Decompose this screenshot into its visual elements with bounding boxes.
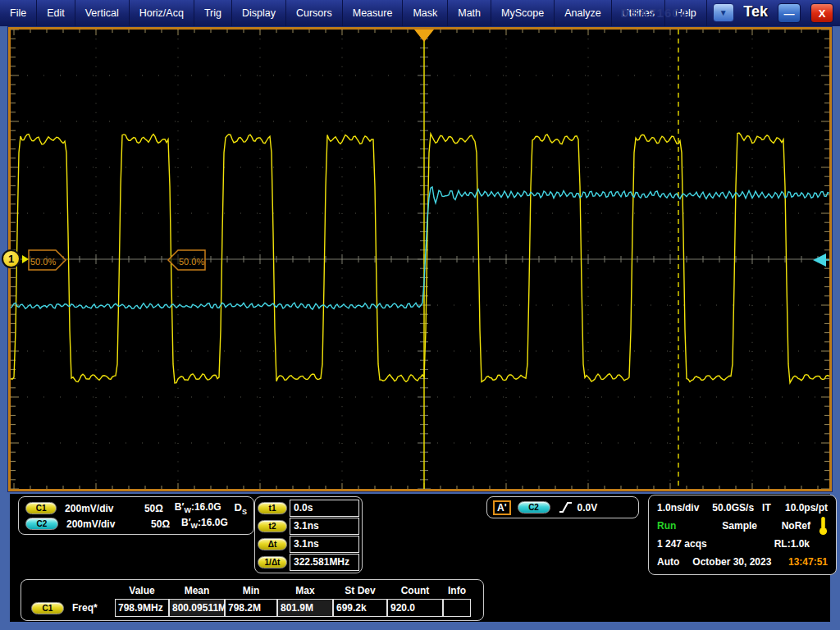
meas-value: 798.9MHz <box>115 599 169 617</box>
meas-source-button[interactable]: C1 <box>31 602 64 614</box>
meas-count: 920.0 <box>387 599 443 617</box>
timebase-readout-panel: 1.0ns/div 50.0GS/s IT 10.0ps/pt Run Samp… <box>648 495 837 575</box>
ch2-termination: 50Ω <box>139 518 170 530</box>
meas-name: Freq* <box>72 602 98 614</box>
cursor-delta-t-value: 3.1ns <box>290 536 359 553</box>
measurement-header-row: Value Mean Min Max St Dev Count Info <box>26 582 483 599</box>
menu-item-trig[interactable]: Trig <box>194 0 232 26</box>
timebase-scale: 1.0ns/div <box>657 502 699 514</box>
cursor-t1-value: 0.0s <box>290 500 359 517</box>
menu-item-edit[interactable]: Edit <box>37 0 75 26</box>
ch1-termination: 50Ω <box>134 503 163 514</box>
thermometer-icon <box>819 516 828 536</box>
menu-item-analyze[interactable]: Analyze <box>555 0 611 26</box>
meas-mean: 800.09511M <box>169 599 225 617</box>
record-length: RL:1.0k <box>774 538 810 550</box>
menu-item-cursors[interactable]: Cursors <box>286 0 343 26</box>
col-header-value: Value <box>115 585 169 596</box>
col-header-info: Info <box>443 585 471 596</box>
chevron-down-icon: ▼ <box>719 8 728 17</box>
ch1-button[interactable]: C1 <box>25 502 57 514</box>
menu-item-mask[interactable]: Mask <box>403 0 448 26</box>
sample-rate: 50.0GS/s <box>712 502 754 514</box>
trigger-level: 0.0V <box>578 502 598 514</box>
col-header-min: Min <box>225 585 277 596</box>
cursor-t2-button[interactable]: t2 <box>258 520 287 532</box>
cursor-t2-value: 3.1ns <box>290 518 359 535</box>
menu-item-myscope[interactable]: MyScope <box>491 0 555 26</box>
date-label: October 30, 2023 <box>692 556 771 568</box>
trigger-readout-panel: A' C2 0.0V <box>486 496 639 518</box>
col-header-mean: Mean <box>169 585 225 596</box>
measurement-panel: Value Mean Min Max St Dev Count Info C1 … <box>21 579 484 621</box>
col-header-count: Count <box>387 585 443 596</box>
readout-area: C1 200mV/div 50Ω B′W:16.0G DS C2 200mV/d… <box>10 494 830 622</box>
menu-item-vertical[interactable]: Vertical <box>75 0 130 26</box>
col-header-stdev: St Dev <box>333 585 387 596</box>
col-header-max: Max <box>277 585 333 596</box>
cursor-delta-t-button[interactable]: Δt <box>258 538 287 550</box>
acq-count: 1 247 acqs <box>657 538 707 550</box>
menu-overflow-button[interactable]: ▼ <box>713 3 734 22</box>
ch2-button[interactable]: C2 <box>25 518 58 530</box>
minimize-button[interactable]: — <box>778 3 801 23</box>
ref-flag-left-label: 50.0% <box>30 257 56 267</box>
ref-status: NoRef <box>782 520 810 532</box>
ch2-bandwidth: B′W:16.0G <box>181 517 228 530</box>
close-button[interactable]: X <box>810 3 833 23</box>
graticule-frame: 50.0%50.0% <box>8 27 832 491</box>
trigger-source-button[interactable]: C2 <box>518 501 550 514</box>
rising-edge-icon <box>559 501 573 514</box>
cursor-readout-panel: t1 0.0s t2 3.1ns Δt 3.1ns 1/Δt 322.581MH… <box>254 496 363 573</box>
ref-flag-right-label: 50.0% <box>179 257 204 267</box>
trigger-a-badge: A' <box>493 500 511 515</box>
menu-item-math[interactable]: Math <box>448 0 491 26</box>
meas-max: 801.9M <box>277 599 333 617</box>
menu-bar: File Edit Vertical Horiz/Acq Trig Displa… <box>0 0 840 26</box>
meas-min: 798.2M <box>225 599 277 617</box>
acq-state: Run <box>657 520 676 532</box>
measurement-row-freq: C1 Freq* 798.9MHz 800.09511M 798.2M 801.… <box>26 599 483 617</box>
ch2-scale: 200mV/div <box>66 518 139 530</box>
waveform-display[interactable]: 50.0%50.0% <box>11 30 829 489</box>
cursor-inv-delta-t-button[interactable]: 1/Δt <box>258 556 287 568</box>
menu-item-horiz-acq[interactable]: Horiz/Acq <box>130 0 194 26</box>
cursor-t1-button[interactable]: t1 <box>258 502 287 514</box>
sample-resolution: 10.0ps/pt <box>785 502 828 514</box>
ch1-scale: 200mV/div <box>65 503 134 514</box>
tek-logo: Tek <box>743 3 768 21</box>
acq-mode: Sample <box>722 520 757 532</box>
meas-info <box>443 599 471 617</box>
menu-item-file[interactable]: File <box>0 0 37 26</box>
menu-item-measure[interactable]: Measure <box>343 0 404 26</box>
ch1-position-badge[interactable]: 1 <box>2 249 21 268</box>
channel-readout-panel: C1 200mV/div 50Ω B′W:16.0G DS C2 200mV/d… <box>18 496 254 535</box>
time-label: 13:47:51 <box>788 556 828 568</box>
ch1-bandwidth: B′W:16.0G <box>175 501 221 514</box>
menu-item-display[interactable]: Display <box>232 0 286 26</box>
cursor-inv-delta-t-value: 322.581MHz <box>290 554 359 571</box>
ch1-position-arrow-icon <box>22 255 29 263</box>
trigger-mode: Auto <box>657 556 679 568</box>
interp-mode: IT <box>762 502 771 514</box>
ch1-ds-flag: DS <box>235 501 247 516</box>
meas-stdev: 699.2k <box>333 599 387 617</box>
instrument-model-label: DSA71604 <box>621 6 687 20</box>
